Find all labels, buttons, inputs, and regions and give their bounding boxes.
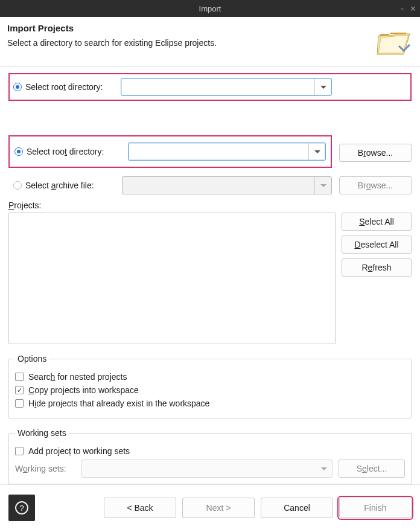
projects-list[interactable]: [8, 213, 336, 344]
browse-root-button[interactable]: Browse...: [339, 144, 412, 162]
root-dir-highlight: Select root directory:: [8, 73, 412, 101]
chevron-down-icon: [321, 467, 327, 470]
radio-unselected-icon: [13, 181, 22, 190]
root-directory-label: Select root directory:: [27, 147, 104, 156]
root-directory-input[interactable]: [121, 79, 314, 95]
refresh-button[interactable]: Refresh: [342, 258, 412, 277]
archive-file-dropdown-button: [314, 177, 331, 194]
page-title: Import Projects: [7, 23, 374, 33]
projects-label: Projects:: [8, 200, 412, 210]
window-title: Import: [199, 4, 221, 13]
working-sets-group: Working sets Add project to working sets…: [8, 428, 412, 484]
wizard-footer: ? < Back Next > Cancel Finish: [0, 484, 420, 532]
chevron-down-icon: [320, 184, 326, 187]
options-group: Options Search for nested projects Copy …: [8, 354, 412, 418]
chevron-down-icon: [314, 150, 320, 153]
help-button[interactable]: ?: [8, 495, 35, 521]
svg-text:?: ?: [19, 504, 24, 513]
nested-projects-label: Search for nested projects: [28, 372, 127, 382]
nested-projects-checkbox[interactable]: [15, 373, 24, 381]
root-directory-label: Select root directory:: [25, 82, 103, 92]
options-legend: Options: [15, 354, 49, 364]
copy-projects-label: Copy projects into workspace: [28, 385, 139, 395]
root-directory-combo[interactable]: [128, 143, 326, 161]
close-icon[interactable]: ✕: [410, 4, 416, 13]
root-directory-combo[interactable]: [121, 78, 332, 96]
copy-projects-checkbox[interactable]: [15, 386, 24, 394]
radio-selected-icon: [14, 147, 23, 156]
finish-button: Finish: [339, 498, 412, 518]
back-button[interactable]: < Back: [104, 498, 176, 518]
browse-archive-button: Browse...: [339, 176, 412, 194]
add-to-working-sets-checkbox[interactable]: [15, 447, 24, 455]
archive-file-radio[interactable]: Select archive file:: [8, 181, 115, 190]
cancel-button[interactable]: Cancel: [261, 498, 333, 518]
next-button: Next >: [182, 498, 255, 518]
working-sets-select-button: Select...: [339, 460, 405, 478]
working-sets-label: Working sets:: [15, 464, 75, 473]
help-icon: ?: [15, 501, 28, 514]
archive-file-combo: [122, 176, 332, 194]
root-directory-radio[interactable]: Select root directory:: [14, 147, 121, 156]
root-directory-input[interactable]: [129, 143, 308, 160]
radio-icon: [13, 83, 22, 91]
select-all-button[interactable]: Select All: [342, 213, 412, 231]
root-directory-dropdown-button[interactable]: [308, 143, 325, 160]
working-sets-legend: Working sets: [15, 428, 69, 438]
titlebar: Import ▫ ✕: [0, 0, 420, 17]
maximize-icon[interactable]: ▫: [401, 4, 404, 13]
hide-existing-label: Hide projects that already exist in the …: [28, 399, 209, 408]
wizard-header: Import Projects Select a directory to se…: [0, 17, 420, 67]
root-directory-radio[interactable]: Select root directory:: [13, 82, 116, 92]
add-to-working-sets-label: Add project to working sets: [28, 446, 130, 456]
folder-import-icon: [374, 23, 413, 62]
hide-existing-checkbox[interactable]: [15, 399, 24, 408]
chevron-down-icon: [320, 86, 326, 89]
root-directory-dropdown-button[interactable]: [314, 79, 331, 95]
archive-file-label: Select archive file:: [25, 181, 94, 190]
deselect-all-button[interactable]: Deselect All: [342, 236, 412, 254]
archive-file-input: [122, 177, 314, 194]
working-sets-combo: [81, 460, 332, 478]
page-description: Select a directory to search for existin…: [7, 38, 374, 48]
